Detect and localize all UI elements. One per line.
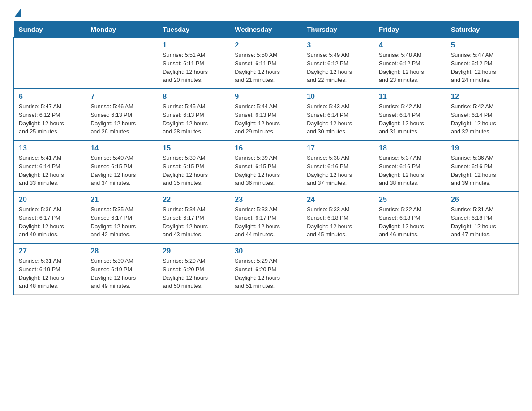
day-info: Sunrise: 5:39 AM Sunset: 6:15 PM Dayligh…	[235, 154, 297, 188]
day-info: Sunrise: 5:32 AM Sunset: 6:18 PM Dayligh…	[379, 206, 442, 239]
calendar-week-row: 27Sunrise: 5:31 AM Sunset: 6:19 PM Dayli…	[14, 243, 519, 295]
day-info: Sunrise: 5:36 AM Sunset: 6:16 PM Dayligh…	[451, 154, 514, 188]
day-info: Sunrise: 5:38 AM Sunset: 6:16 PM Dayligh…	[307, 154, 369, 188]
calendar-cell	[14, 37, 86, 89]
calendar-cell: 16Sunrise: 5:39 AM Sunset: 6:15 PM Dayli…	[230, 140, 302, 192]
weekday-header-thursday: Thursday	[302, 22, 374, 38]
day-number: 2	[235, 41, 297, 49]
day-info: Sunrise: 5:31 AM Sunset: 6:19 PM Dayligh…	[19, 257, 81, 291]
logo	[13, 9, 21, 17]
calendar-week-row: 13Sunrise: 5:41 AM Sunset: 6:14 PM Dayli…	[14, 140, 519, 192]
calendar-cell: 22Sunrise: 5:34 AM Sunset: 6:17 PM Dayli…	[158, 192, 230, 243]
calendar-week-row: 20Sunrise: 5:36 AM Sunset: 6:17 PM Dayli…	[14, 192, 519, 243]
day-number: 17	[307, 144, 369, 152]
day-info: Sunrise: 5:35 AM Sunset: 6:17 PM Dayligh…	[90, 206, 153, 239]
calendar-cell: 21Sunrise: 5:35 AM Sunset: 6:17 PM Dayli…	[86, 192, 158, 243]
calendar-cell	[302, 243, 374, 295]
day-number: 30	[235, 247, 297, 255]
calendar-cell: 2Sunrise: 5:50 AM Sunset: 6:11 PM Daylig…	[230, 37, 302, 89]
weekday-header-sunday: Sunday	[14, 22, 86, 38]
day-info: Sunrise: 5:44 AM Sunset: 6:13 PM Dayligh…	[235, 103, 297, 136]
day-number: 1	[163, 41, 225, 49]
day-info: Sunrise: 5:48 AM Sunset: 6:12 PM Dayligh…	[379, 51, 442, 85]
day-number: 5	[451, 41, 514, 49]
day-number: 8	[163, 93, 225, 101]
calendar-cell: 27Sunrise: 5:31 AM Sunset: 6:19 PM Dayli…	[14, 243, 86, 295]
calendar-cell: 7Sunrise: 5:46 AM Sunset: 6:13 PM Daylig…	[86, 89, 158, 140]
day-info: Sunrise: 5:41 AM Sunset: 6:14 PM Dayligh…	[19, 154, 81, 188]
calendar-cell: 17Sunrise: 5:38 AM Sunset: 6:16 PM Dayli…	[302, 140, 374, 192]
day-info: Sunrise: 5:39 AM Sunset: 6:15 PM Dayligh…	[163, 154, 225, 188]
day-number: 11	[379, 93, 442, 101]
day-info: Sunrise: 5:47 AM Sunset: 6:12 PM Dayligh…	[451, 51, 514, 85]
day-number: 20	[19, 196, 81, 204]
calendar-cell: 9Sunrise: 5:44 AM Sunset: 6:13 PM Daylig…	[230, 89, 302, 140]
calendar-cell: 30Sunrise: 5:29 AM Sunset: 6:20 PM Dayli…	[230, 243, 302, 295]
day-info: Sunrise: 5:43 AM Sunset: 6:14 PM Dayligh…	[307, 103, 369, 136]
day-number: 10	[307, 93, 369, 101]
day-number: 24	[307, 196, 369, 204]
calendar-cell: 1Sunrise: 5:51 AM Sunset: 6:11 PM Daylig…	[158, 37, 230, 89]
day-number: 3	[307, 41, 369, 49]
day-number: 28	[90, 247, 153, 255]
calendar-cell	[86, 37, 158, 89]
day-info: Sunrise: 5:46 AM Sunset: 6:13 PM Dayligh…	[90, 103, 153, 136]
day-info: Sunrise: 5:33 AM Sunset: 6:17 PM Dayligh…	[235, 206, 297, 239]
day-info: Sunrise: 5:33 AM Sunset: 6:18 PM Dayligh…	[307, 206, 369, 239]
day-info: Sunrise: 5:49 AM Sunset: 6:12 PM Dayligh…	[307, 51, 369, 85]
calendar-cell: 19Sunrise: 5:36 AM Sunset: 6:16 PM Dayli…	[446, 140, 519, 192]
day-info: Sunrise: 5:51 AM Sunset: 6:11 PM Dayligh…	[163, 51, 225, 85]
day-number: 18	[379, 144, 442, 152]
day-info: Sunrise: 5:36 AM Sunset: 6:17 PM Dayligh…	[19, 206, 81, 239]
calendar-cell: 15Sunrise: 5:39 AM Sunset: 6:15 PM Dayli…	[158, 140, 230, 192]
day-number: 16	[235, 144, 297, 152]
calendar-cell: 28Sunrise: 5:30 AM Sunset: 6:19 PM Dayli…	[86, 243, 158, 295]
calendar-cell: 13Sunrise: 5:41 AM Sunset: 6:14 PM Dayli…	[14, 140, 86, 192]
day-number: 29	[163, 247, 225, 255]
calendar-week-row: 6Sunrise: 5:47 AM Sunset: 6:12 PM Daylig…	[14, 89, 519, 140]
calendar-cell: 24Sunrise: 5:33 AM Sunset: 6:18 PM Dayli…	[302, 192, 374, 243]
calendar-cell	[374, 243, 446, 295]
day-info: Sunrise: 5:47 AM Sunset: 6:12 PM Dayligh…	[19, 103, 81, 136]
calendar-cell: 8Sunrise: 5:45 AM Sunset: 6:13 PM Daylig…	[158, 89, 230, 140]
calendar-cell: 20Sunrise: 5:36 AM Sunset: 6:17 PM Dayli…	[14, 192, 86, 243]
day-number: 22	[163, 196, 225, 204]
day-number: 6	[19, 93, 81, 101]
day-info: Sunrise: 5:34 AM Sunset: 6:17 PM Dayligh…	[163, 206, 225, 239]
calendar-cell: 26Sunrise: 5:31 AM Sunset: 6:18 PM Dayli…	[446, 192, 519, 243]
weekday-header-wednesday: Wednesday	[230, 22, 302, 38]
calendar-cell: 3Sunrise: 5:49 AM Sunset: 6:12 PM Daylig…	[302, 37, 374, 89]
calendar-cell: 25Sunrise: 5:32 AM Sunset: 6:18 PM Dayli…	[374, 192, 446, 243]
calendar-cell	[446, 243, 519, 295]
calendar-week-row: 1Sunrise: 5:51 AM Sunset: 6:11 PM Daylig…	[14, 37, 519, 89]
day-info: Sunrise: 5:42 AM Sunset: 6:14 PM Dayligh…	[379, 103, 442, 136]
day-number: 27	[19, 247, 81, 255]
day-info: Sunrise: 5:37 AM Sunset: 6:16 PM Dayligh…	[379, 154, 442, 188]
calendar-cell: 14Sunrise: 5:40 AM Sunset: 6:15 PM Dayli…	[86, 140, 158, 192]
calendar-cell: 4Sunrise: 5:48 AM Sunset: 6:12 PM Daylig…	[374, 37, 446, 89]
day-info: Sunrise: 5:30 AM Sunset: 6:19 PM Dayligh…	[90, 257, 153, 291]
calendar-cell: 10Sunrise: 5:43 AM Sunset: 6:14 PM Dayli…	[302, 89, 374, 140]
calendar-cell: 11Sunrise: 5:42 AM Sunset: 6:14 PM Dayli…	[374, 89, 446, 140]
day-number: 25	[379, 196, 442, 204]
weekday-header-tuesday: Tuesday	[158, 22, 230, 38]
day-info: Sunrise: 5:40 AM Sunset: 6:15 PM Dayligh…	[90, 154, 153, 188]
calendar-cell: 5Sunrise: 5:47 AM Sunset: 6:12 PM Daylig…	[446, 37, 519, 89]
day-info: Sunrise: 5:29 AM Sunset: 6:20 PM Dayligh…	[163, 257, 225, 291]
calendar-cell: 12Sunrise: 5:42 AM Sunset: 6:14 PM Dayli…	[446, 89, 519, 140]
calendar-header-row: SundayMondayTuesdayWednesdayThursdayFrid…	[14, 22, 519, 38]
page-header	[13, 9, 519, 17]
weekday-header-friday: Friday	[374, 22, 446, 38]
day-number: 15	[163, 144, 225, 152]
calendar-table: SundayMondayTuesdayWednesdayThursdayFrid…	[13, 21, 519, 295]
day-number: 26	[451, 196, 514, 204]
day-number: 23	[235, 196, 297, 204]
calendar-cell: 18Sunrise: 5:37 AM Sunset: 6:16 PM Dayli…	[374, 140, 446, 192]
day-number: 21	[90, 196, 153, 204]
logo-triangle-icon	[14, 9, 21, 17]
day-info: Sunrise: 5:45 AM Sunset: 6:13 PM Dayligh…	[163, 103, 225, 136]
day-info: Sunrise: 5:50 AM Sunset: 6:11 PM Dayligh…	[235, 51, 297, 85]
day-number: 9	[235, 93, 297, 101]
day-number: 7	[90, 93, 153, 101]
weekday-header-monday: Monday	[86, 22, 158, 38]
